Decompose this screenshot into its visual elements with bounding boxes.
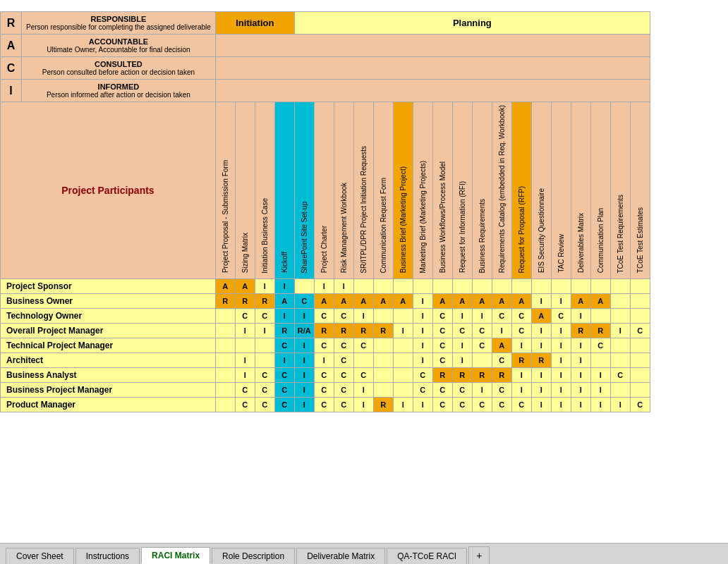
- cell-r0-c19: [590, 279, 610, 294]
- cell-r1-c18: A: [571, 294, 590, 309]
- cell-r3-c14: I: [492, 324, 511, 338]
- cell-r2-c19: [590, 309, 610, 324]
- cell-r7-c13: I: [472, 383, 492, 398]
- cell-r0-c18: [571, 279, 590, 294]
- cell-r8-c15: C: [511, 398, 531, 412]
- cell-r6-c18: I: [571, 368, 590, 383]
- cell-r7-c15: I: [511, 383, 531, 398]
- cell-r8-c21: C: [630, 398, 650, 412]
- participant-name-5: Architect: [1, 353, 216, 368]
- cell-r0-c0: A: [215, 279, 235, 294]
- title-bar: [0, 0, 728, 11]
- phase-initiation-header: Initiation: [215, 12, 294, 35]
- cell-r4-c15: I: [511, 338, 531, 353]
- cell-r0-c10: [413, 279, 432, 294]
- table-wrapper[interactable]: RRESPONSIBLEPerson responsible for compl…: [0, 11, 728, 543]
- cell-r8-c4: I: [294, 398, 314, 412]
- cell-r4-c8: [373, 338, 393, 353]
- cell-r2-c9: [393, 309, 413, 324]
- cell-r6-c4: I: [294, 368, 314, 383]
- cell-r1-c8: A: [373, 294, 393, 309]
- legend-c-letter: C: [1, 57, 22, 80]
- cell-r8-c18: I: [571, 398, 590, 412]
- cell-r5-c2: [255, 353, 274, 368]
- cell-r2-c13: I: [472, 309, 492, 324]
- tab-role-description[interactable]: Role Description: [212, 548, 295, 564]
- legend-r-letter: R: [1, 12, 22, 35]
- cell-r1-c10: I: [413, 294, 432, 309]
- cell-r1-c6: A: [334, 294, 353, 309]
- tab-instructions[interactable]: Instructions: [75, 548, 140, 564]
- cell-r0-c11: [432, 279, 452, 294]
- cell-r4-c3: C: [274, 338, 294, 353]
- raci-table: RRESPONSIBLEPerson responsible for compl…: [0, 11, 650, 412]
- cell-r2-c8: [373, 309, 393, 324]
- cell-r2-c20: [610, 309, 630, 324]
- cell-r4-c10: I: [413, 338, 432, 353]
- cell-r7-c8: [373, 383, 393, 398]
- cell-r6-c21: [630, 368, 650, 383]
- col-header-19: Communication Plan: [590, 102, 610, 279]
- cell-r5-c8: [373, 353, 393, 368]
- cell-r8-c7: I: [353, 398, 373, 412]
- cell-r5-c4: I: [294, 353, 314, 368]
- cell-r2-c4: I: [294, 309, 314, 324]
- tab-cover-sheet[interactable]: Cover Sheet: [6, 548, 74, 564]
- col-header-5: Project Charter: [314, 102, 334, 279]
- cell-r5-c12: I: [452, 353, 472, 368]
- tab-qa-tcoe-raci[interactable]: QA-TCoE RACI: [387, 548, 467, 564]
- cell-r4-c7: C: [353, 338, 373, 353]
- cell-r6-c3: C: [274, 368, 294, 383]
- legend-i-letter: I: [1, 80, 22, 102]
- cell-r1-c17: I: [551, 294, 571, 309]
- cell-r1-c3: A: [274, 294, 294, 309]
- col-header-20: TCoE Test Requirements: [610, 102, 630, 279]
- col-header-10: Marketing Brief (Marketing Projects): [413, 102, 432, 279]
- cell-r1-c4: C: [294, 294, 314, 309]
- cell-r4-c9: [393, 338, 413, 353]
- cell-r2-c12: I: [452, 309, 472, 324]
- cell-r4-c21: [630, 338, 650, 353]
- cell-r6-c12: R: [452, 368, 472, 383]
- cell-r8-c16: I: [531, 398, 551, 412]
- cell-r3-c0: [215, 324, 235, 338]
- cell-r4-c1: [235, 338, 255, 353]
- cell-r7-c10: C: [413, 383, 432, 398]
- cell-r1-c14: A: [492, 294, 511, 309]
- tab-add-button[interactable]: +: [468, 546, 490, 564]
- cell-r3-c1: I: [235, 324, 255, 338]
- cell-r5-c18: I: [571, 353, 590, 368]
- cell-r1-c9: A: [393, 294, 413, 309]
- cell-r6-c14: R: [492, 368, 511, 383]
- legend-i-desc: INFORMEDPerson informed after action or …: [22, 80, 216, 102]
- cell-r2-c17: C: [551, 309, 571, 324]
- cell-r3-c11: C: [432, 324, 452, 338]
- cell-r1-c16: I: [531, 294, 551, 309]
- cell-r4-c2: [255, 338, 274, 353]
- cell-r7-c21: [630, 383, 650, 398]
- legend-r-desc: RESPONSIBLEPerson responsible for comple…: [22, 12, 216, 35]
- cell-r2-c1: C: [235, 309, 255, 324]
- cell-r5-c19: [590, 353, 610, 368]
- cell-r4-c11: C: [432, 338, 452, 353]
- participants-header: Project Participants: [1, 102, 216, 279]
- cell-r0-c21: [630, 279, 650, 294]
- col-header-2: Initiation Business Case: [255, 102, 274, 279]
- tab-raci-matrix[interactable]: RACI Matrix: [141, 547, 210, 564]
- cell-r8-c20: I: [610, 398, 630, 412]
- cell-r6-c10: C: [413, 368, 432, 383]
- cell-r6-c0: [215, 368, 235, 383]
- cell-r1-c21: [630, 294, 650, 309]
- cell-r2-c11: C: [432, 309, 452, 324]
- cell-r6-c5: C: [314, 368, 334, 383]
- col-header-13: Business Requirements: [472, 102, 492, 279]
- cell-r6-c11: R: [432, 368, 452, 383]
- cell-r1-c19: A: [590, 294, 610, 309]
- col-header-8: Communication Request Form: [373, 102, 393, 279]
- cell-r4-c12: I: [452, 338, 472, 353]
- cell-r2-c14: C: [492, 309, 511, 324]
- cell-r0-c16: [531, 279, 551, 294]
- cell-r8-c6: C: [334, 398, 353, 412]
- cell-r6-c20: C: [610, 368, 630, 383]
- tab-deliverable-matrix[interactable]: Deliverable Matrix: [296, 548, 385, 564]
